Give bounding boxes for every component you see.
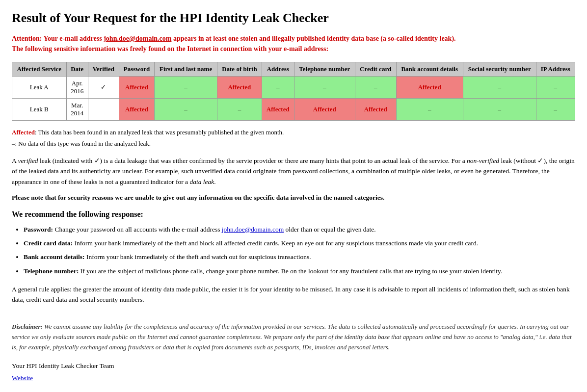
rec-bank-label: Bank account details: [24,253,85,261]
cell-date-b: Mar.2014 [66,98,88,120]
cell-date-a: Apr.2016 [66,76,88,98]
attention-email[interactable]: john.doe@domain.com [104,35,171,42]
table-row: Leak A Apr.2016 ✓ Affected – Affected – … [12,76,575,98]
cell-ssn-b: – [463,98,536,120]
list-item: Bank account details: Inform your bank i… [24,251,575,263]
cell-verified-b [88,98,119,120]
data-leak-italic: data leak [189,178,214,185]
rec-password-text2: older than or equal the given date. [286,226,376,233]
cell-telephone-b: Affected [294,98,355,120]
cell-ssn-a: – [463,76,536,98]
cell-bank-b: – [396,98,463,120]
col-header-credit: Credit card [355,62,396,76]
legend-affected-word: Affected [12,129,35,136]
col-header-address: Address [262,62,294,76]
cell-name-a: – [155,76,217,98]
rec-password-label: Password: [24,226,53,233]
rec-telephone-label: Telephone number: [24,267,79,275]
footer-website-link[interactable]: Website [12,374,33,382]
rec-password-text1: Change your password on all accounts wit… [54,226,221,233]
cell-password-b: Affected [119,98,154,120]
attention-text-1: Attention: Your e-mail address [12,35,104,42]
legend-dash: –: No data of this type was found in the… [12,138,575,149]
bold-note: Please note that for security reasons we… [12,193,575,203]
attention-text-2: appears in at least one stolen and illeg… [171,35,455,42]
cell-telephone-a: – [294,76,355,98]
rec-credit-text: Inform your bank immediately of the thef… [75,239,479,247]
attention-block: Attention: Your e-mail address john.doe@… [12,33,575,54]
results-table: Affected Service Date Verified Password … [12,62,575,121]
legend-dash-desc: : No data of this type was found in the … [15,140,151,147]
cell-bank-a: Affected [396,76,463,98]
page-title: Result of Your Request for the HPI Ident… [12,10,575,26]
cell-verified-a: ✓ [88,76,119,98]
rec-credit-label: Credit card data: [24,239,73,247]
col-header-password: Password [119,62,154,76]
cell-credit-a: – [355,76,396,98]
attention-text-3: The following sensitive information was … [12,45,328,52]
footer-team: Your HPI Identity Leak Checker Team [12,360,575,372]
cell-service-b: Leak B [12,98,67,120]
general-note: A general rule applies: the greater the … [12,284,575,305]
col-header-bank: Bank account details [396,62,463,76]
disclaimer-text: We cannot assume any liability for the c… [12,323,572,351]
nonverified-italic: non-verified [467,157,499,164]
footer: Your HPI Identity Leak Checker Team Webs… [12,360,575,384]
cell-password-a: Affected [119,76,154,98]
recommendations-list: Password: Change your password on all ac… [24,224,575,277]
verified-italic: verified [18,157,38,164]
list-item: Credit card data: Inform your bank immed… [24,237,575,249]
col-header-ip: IP Address [536,62,575,76]
col-header-ssn: Social security number [463,62,536,76]
col-header-telephone: Telephone number [294,62,355,76]
col-header-date: Date [66,62,88,76]
disclaimer-label: Disclaimer: [12,323,43,330]
legend-affected: Affected: This data has been found in an… [12,127,575,138]
cell-service-a: Leak A [12,76,67,98]
list-item: Telephone number: If you are the subject… [24,265,575,277]
cell-credit-b: Affected [355,98,396,120]
legend-affected-desc: : This data has been found in an analyze… [35,129,284,136]
cell-dob-a: Affected [217,76,262,98]
col-header-verified: Verified [88,62,119,76]
list-item: Password: Change your password on all ac… [24,224,575,235]
col-header-dob: Date of birth [217,62,262,76]
cell-dob-b: – [217,98,262,120]
rec-telephone-text: If you are the subject of malicious phon… [80,267,503,275]
verified-explanation: A verified leak (indicated with ✓) is a … [12,156,575,187]
table-header-row: Affected Service Date Verified Password … [12,62,575,76]
cell-ip-b: – [536,98,575,120]
cell-address-b: Affected [262,98,294,120]
rec-password-link[interactable]: john.doe@domain.com [222,226,284,233]
cell-ip-a: – [536,76,575,98]
cell-name-b: – [155,98,217,120]
cell-address-a: – [262,76,294,98]
table-row: Leak B Mar.2014 Affected – – Affected Af… [12,98,575,120]
disclaimer: Disclaimer: We cannot assume any liabili… [12,322,575,352]
col-header-service: Affected Service [12,62,67,76]
col-header-name: First and last name [155,62,217,76]
legend-block: Affected: This data has been found in an… [12,127,575,150]
rec-bank-text: Inform your bank immediately of the thef… [86,253,311,261]
recommend-heading: We recommend the following response: [12,210,575,219]
